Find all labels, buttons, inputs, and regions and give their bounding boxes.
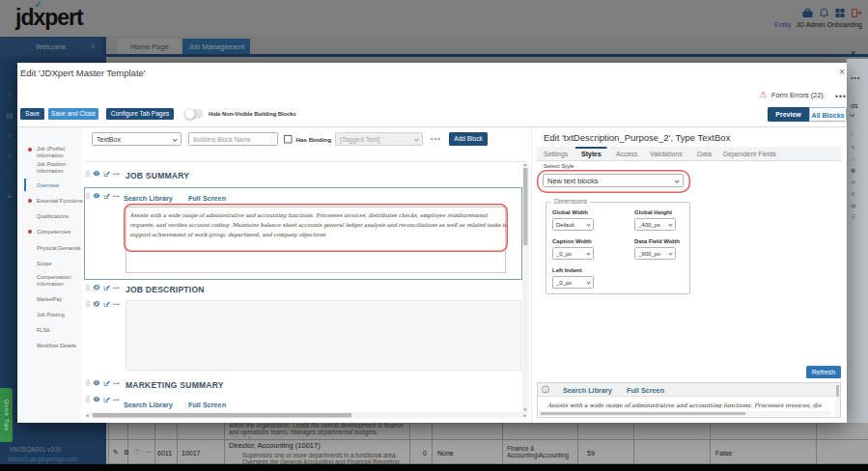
sidebar-welcome[interactable]: Welcome [0, 37, 101, 57]
preview-vertical-scrollbar[interactable] [835, 383, 840, 417]
content-horizontal-scrollbar[interactable]: ◂▸ [85, 412, 527, 419]
content-vertical-scrollbar[interactable]: ▲▼ [522, 162, 529, 412]
panel-mail-icon[interactable]: ✉ [851, 179, 855, 185]
host-link[interactable]: wbest3.qa.jdxpertqa.com [8, 456, 77, 463]
panel-edit-icon[interactable]: ✎ [851, 144, 855, 151]
panel-chevron-left-icon[interactable]: ‹ [851, 130, 854, 139]
nav-item-scope[interactable]: Scope [37, 260, 85, 266]
tab-home-page[interactable]: Home Page [118, 39, 182, 55]
tab-validations[interactable]: Validations [650, 147, 683, 161]
tab-job-management[interactable]: Job Management [182, 39, 250, 55]
person-icon[interactable]: ○ [3, 131, 16, 140]
edit-icon[interactable] [103, 396, 110, 402]
table-cell-title[interactable]: Director, Accounting (10017) [229, 441, 321, 450]
preview-button[interactable]: Preview [768, 107, 809, 122]
nav-item-essential-functions[interactable]: Essential Functions [37, 197, 85, 204]
bell-icon[interactable] [819, 8, 829, 18]
tagged-text-select[interactable]: [Tagged Text] [335, 132, 423, 146]
nav-item-flsa[interactable]: FLSA [37, 326, 85, 333]
search-library-link[interactable]: Search Library [124, 402, 173, 409]
form-more-icon[interactable]: ••• [431, 134, 441, 143]
edit-icon[interactable] [103, 300, 110, 307]
drag-handle-icon[interactable] [86, 192, 90, 200]
panel-list-icon[interactable]: ☰ [851, 213, 855, 220]
hidden-eye-icon[interactable] [93, 301, 100, 308]
tab-settings[interactable]: Settings [544, 147, 568, 161]
global-height-select[interactable]: _400_px [634, 218, 676, 231]
drag-handle-icon[interactable] [86, 379, 90, 387]
section-more-icon[interactable]: ••• [113, 285, 120, 291]
job-description-block[interactable] [126, 300, 521, 371]
briefcase-icon[interactable] [802, 8, 814, 18]
refresh-button[interactable]: Refresh [806, 366, 841, 378]
nav-item-job-posting[interactable]: Job Posting [37, 311, 85, 318]
caption-width-select[interactable]: _0_px [552, 247, 594, 260]
has-binding-checkbox[interactable] [284, 135, 293, 144]
edit-icon[interactable] [103, 170, 110, 177]
tab-styles[interactable]: Styles [581, 147, 602, 161]
visible-eye-icon[interactable] [93, 397, 100, 402]
section-more-icon[interactable]: ••• [113, 193, 120, 199]
section-more-icon[interactable]: ••• [113, 301, 120, 307]
edit-icon[interactable] [103, 284, 110, 291]
tab-dependent-fields[interactable]: Dependent Fields [723, 147, 776, 161]
nav-item-job-profile-information[interactable]: Job (Profile) Information [37, 145, 85, 158]
all-blocks-button[interactable]: All Blocks [809, 107, 847, 122]
preview-search-library-link[interactable]: Search Library [563, 386, 612, 394]
section-more-icon[interactable]: ••• [113, 171, 120, 177]
nav-item-workflow-details[interactable]: Workflow Details [37, 342, 85, 348]
panel-more-icon[interactable]: ••• [851, 73, 860, 81]
nav-item-compensation-information[interactable]: Compensation Information [37, 273, 85, 287]
panel-cut-icon[interactable]: ✕ [851, 190, 855, 197]
search-library-link[interactable]: Search Library [124, 195, 173, 203]
nav-item-physical-demands[interactable]: Physical Demands [37, 244, 85, 251]
save-and-close-button[interactable]: Save and Close [48, 108, 98, 120]
heart-icon[interactable]: ♡ [3, 172, 16, 181]
tab-access[interactable]: Access [616, 147, 638, 161]
nav-item-competencies[interactable]: Competencies [37, 228, 85, 235]
building-block-name-input[interactable] [188, 132, 278, 146]
nav-item-overview[interactable]: Overview [37, 181, 85, 188]
data-field-width-select[interactable]: _900_px [634, 247, 676, 260]
hidden-eye-icon[interactable] [93, 285, 100, 291]
full-screen-link[interactable]: Full Screen [188, 402, 226, 409]
list-icon[interactable]: ≡ [3, 192, 16, 201]
block-type-select[interactable]: TextBox [92, 132, 182, 146]
global-width-select[interactable]: Default [552, 218, 594, 231]
apps-icon[interactable] [835, 8, 846, 18]
panel-person2-icon[interactable]: ⚉ [851, 167, 855, 174]
form-errors-label[interactable]: Form Errors (22) [771, 92, 824, 99]
quick-tips-tab[interactable]: Quick Tips [0, 388, 13, 442]
grid-icon[interactable]: ▤ [3, 110, 16, 120]
panel-doc-icon[interactable]: ▤ [851, 202, 856, 208]
visible-eye-icon[interactable] [93, 171, 100, 177]
sidebar-menu-icons[interactable]: ⌂ ▤ ○ ⌕ ♡ ≡ [3, 90, 16, 201]
edit-icon[interactable] [103, 192, 110, 199]
background-panel-close-icon[interactable]: × [851, 48, 855, 59]
edit-icon[interactable] [103, 379, 110, 386]
left-indent-select[interactable]: _0_px [552, 276, 594, 289]
nav-item-job-position-information[interactable]: Job Position Information [37, 160, 85, 174]
configure-tab-pages-button[interactable]: Configure Tab Pages [106, 108, 174, 120]
visible-eye-icon[interactable] [93, 193, 100, 199]
entity-link[interactable]: Entity [774, 20, 792, 28]
sidebar-collapse-icon[interactable]: ‹ [92, 37, 95, 57]
modal-close-icon[interactable]: × [839, 67, 845, 78]
tab-data[interactable]: Data [697, 147, 712, 161]
full-screen-link[interactable]: Full Screen [188, 195, 226, 203]
home-icon[interactable]: ⌂ [3, 90, 16, 98]
nav-item-qualifications[interactable]: Qualifications [37, 212, 85, 219]
drag-handle-icon[interactable] [86, 170, 90, 178]
add-block-button[interactable]: Add Block [449, 132, 488, 146]
panel-person-icon[interactable]: ⚇ [851, 155, 855, 162]
nav-item-marketpay[interactable]: MarketPay [37, 295, 85, 302]
hide-blocks-toggle[interactable] [184, 109, 203, 119]
panel-chevron-down-icon[interactable] [851, 111, 854, 118]
logout-icon[interactable] [851, 8, 862, 18]
preview-horizontal-scrollbar[interactable] [539, 411, 830, 416]
drag-handle-icon[interactable] [86, 284, 90, 291]
section-more-icon[interactable]: ••• [113, 380, 120, 386]
search-icon[interactable]: ⌕ [3, 152, 16, 160]
row-action-icons[interactable]: ✎ ⚙ ♡ ⋯ [113, 448, 154, 456]
preview-full-screen-link[interactable]: Full Screen [627, 386, 664, 394]
